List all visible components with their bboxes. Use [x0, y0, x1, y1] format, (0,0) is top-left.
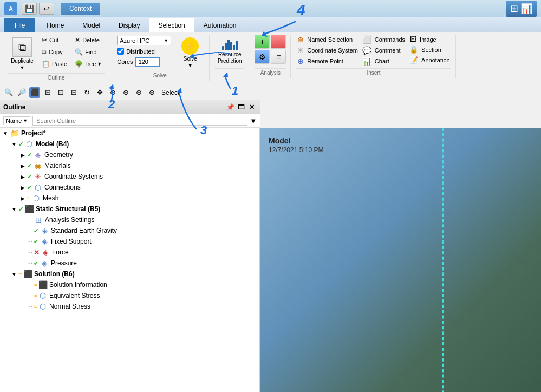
tree-item-solution[interactable]: ▼ ≈ ⬛ Solution (B6): [0, 269, 259, 279]
tree-item-fixed-support[interactable]: ⋯ ✔ ◈ Fixed Support: [0, 236, 259, 247]
dashes-sol-info: ⋯: [27, 282, 32, 288]
zoom-region-icon[interactable]: ⊕: [133, 87, 144, 98]
view-icon4[interactable]: ⊟: [68, 87, 79, 98]
expander-structural[interactable]: ▼: [10, 205, 18, 213]
insert-left-buttons: ⊛ Named Selection ✳ Coordinate System ⊕ …: [296, 35, 359, 66]
analysis-settings-button[interactable]: ⚙: [255, 50, 270, 64]
tab-selection[interactable]: Selection: [149, 18, 194, 32]
expander-project[interactable]: ▼: [1, 129, 10, 138]
tree-item-geometry[interactable]: ▶ ✔ ◈ Geometry: [0, 149, 259, 160]
find-label: Find: [85, 49, 96, 55]
tree-item-normal-stress[interactable]: ⋯ ≈ ⬡ Normal Stress: [0, 301, 259, 312]
expander-model[interactable]: ▼: [10, 140, 18, 148]
dashes-normal: ⋯: [27, 304, 32, 310]
comment-button[interactable]: 💬 Comment: [361, 45, 406, 55]
close-icon[interactable]: ✕: [247, 102, 257, 112]
tree-item-gravity[interactable]: ⋯ ✔ ◈ Standard Earth Gravity: [0, 225, 259, 236]
view-icon3[interactable]: ⊡: [55, 87, 66, 98]
tab-home[interactable]: Home: [37, 18, 73, 32]
search-icon[interactable]: ▼: [250, 117, 257, 125]
gravity-check-icon: ✔: [34, 227, 38, 234]
analysis-remove-button[interactable]: −: [271, 35, 286, 49]
zoom-fit-icon[interactable]: ⊕: [107, 87, 118, 98]
find-icon: 🔍: [75, 48, 83, 56]
tree-item-connections[interactable]: ▶ ✔ ⬡ Connections: [0, 182, 259, 193]
save-button[interactable]: 💾: [22, 3, 37, 15]
commands-icon: ⬜: [362, 35, 371, 44]
expander-mesh[interactable]: ▶: [18, 194, 27, 202]
named-selection-button[interactable]: ⊛ Named Selection: [296, 35, 359, 44]
pin-icon[interactable]: 📌: [225, 102, 235, 112]
3d-view-icon[interactable]: ⬛: [29, 87, 40, 98]
materials-icon: ◉: [33, 161, 43, 171]
tree-item-analysis-settings[interactable]: ⋯ ⊞ Analysis Settings: [0, 214, 259, 225]
tab-display[interactable]: Display: [109, 18, 149, 32]
tree-item-model[interactable]: ▼ ✔ ⬡ Model (B4): [0, 139, 259, 149]
view-icon2[interactable]: ⊞: [42, 87, 53, 98]
tab-automation[interactable]: Automation: [194, 18, 246, 32]
solution-label: Solution (B6): [34, 270, 75, 278]
ribbon-group-analysis: + − ⚙ ≡ Analysis: [250, 35, 291, 78]
sort-dropdown[interactable]: Name ▼: [3, 116, 30, 125]
expander-materials[interactable]: ▶: [18, 161, 27, 170]
rotate-icon[interactable]: ↻: [81, 87, 92, 98]
distributed-checkbox[interactable]: [117, 48, 124, 55]
chart-button[interactable]: 📊 Chart: [361, 56, 406, 66]
ribbon-group-resource: ResourcePrediction: [211, 35, 249, 78]
zoom-in-icon[interactable]: 🔍: [3, 87, 14, 98]
outline-header: Outline 📌 🗖 ✕: [0, 100, 260, 114]
pressure-check-icon: ✔: [34, 260, 38, 267]
remote-point-button[interactable]: ⊕ Remote Point: [296, 56, 359, 66]
force-x-icon: ✕: [34, 249, 40, 257]
expander-connections[interactable]: ▶: [18, 183, 27, 192]
tree-item-equiv-stress[interactable]: ⋯ ≈ ⬡ Equivalent Stress: [0, 290, 259, 301]
tree-item-mesh[interactable]: ▶ ≈ ⬡ Mesh: [0, 193, 259, 204]
tree-item-force[interactable]: ⋯ ✕ ◈ Force: [0, 247, 259, 258]
expander-solution[interactable]: ▼: [10, 270, 18, 278]
hpc-dropdown[interactable]: Azure HPC ▼: [117, 36, 171, 45]
tree-button[interactable]: 🌳 Tree ▼: [72, 58, 105, 69]
duplicate-button[interactable]: ⧉ Duplicate ▼: [8, 35, 37, 73]
zoom-out-icon[interactable]: 🔎: [16, 87, 27, 98]
coordinate-system-button[interactable]: ✳ Coordinate System: [296, 45, 359, 55]
help-button[interactable]: ⊞ 📊: [506, 1, 537, 17]
expander-geometry[interactable]: ▶: [18, 151, 27, 159]
maximize-icon[interactable]: 🗖: [236, 102, 246, 112]
find-button[interactable]: 🔍 Find: [72, 47, 105, 57]
section-button[interactable]: 🔒 Section: [408, 45, 451, 54]
resource-group-label: [215, 68, 244, 76]
project-label: Project*: [21, 129, 45, 137]
cores-input[interactable]: [135, 57, 160, 67]
tree-item-coordinate-systems[interactable]: ▶ ✔ ✳ Coordinate Systems: [0, 171, 259, 182]
tree-item-solution-info[interactable]: ⋯ ≈ ⬛ Solution Information: [0, 279, 259, 290]
undo-button[interactable]: ↩: [39, 3, 54, 15]
expander-coord[interactable]: ▶: [18, 172, 27, 181]
structural-icon: ⬛: [24, 204, 34, 214]
zoom-all-icon[interactable]: ⊕: [146, 87, 157, 98]
tree-item-static-structural[interactable]: ▼ ✔ ⬛ Static Structural (B5): [0, 204, 259, 214]
normal-check-icon: ≈: [34, 303, 37, 310]
paste-button[interactable]: 📋 Paste: [39, 58, 70, 69]
tree-item-materials[interactable]: ▶ ✔ ◉ Materials: [0, 160, 259, 171]
context-tab[interactable]: Context: [61, 3, 100, 15]
delete-button[interactable]: ✕ Delete: [72, 35, 105, 45]
tree-item-project[interactable]: ▼ 📁 Project*: [0, 128, 259, 139]
copy-button[interactable]: ⧉ Copy: [39, 47, 70, 57]
cut-button[interactable]: ✂ Cut: [39, 35, 70, 45]
pan-icon[interactable]: ✥: [94, 87, 105, 98]
solve-button[interactable]: ⚡ Solve ▼: [175, 35, 205, 71]
search-input[interactable]: [32, 116, 247, 126]
tab-file[interactable]: File: [4, 18, 35, 32]
resource-prediction-button[interactable]: ResourcePrediction: [215, 35, 244, 67]
tab-model[interactable]: Model: [73, 18, 109, 32]
zoom-box-icon[interactable]: ⊕: [120, 87, 131, 98]
named-selection-icon: ⊛: [297, 35, 304, 44]
commands-button[interactable]: ⬜ Commands: [361, 35, 406, 44]
annotation-button[interactable]: 📝 Annotation: [408, 55, 451, 64]
mesh-check-icon: ≈: [27, 195, 30, 201]
analysis-add-button[interactable]: +: [255, 35, 270, 49]
tree-item-pressure[interactable]: ⋯ ✔ ◈ Pressure: [0, 258, 259, 269]
analysis-extra-button[interactable]: ≡: [271, 50, 286, 64]
remote-point-label: Remote Point: [307, 58, 343, 64]
image-button[interactable]: 🖼 Image: [408, 35, 451, 44]
